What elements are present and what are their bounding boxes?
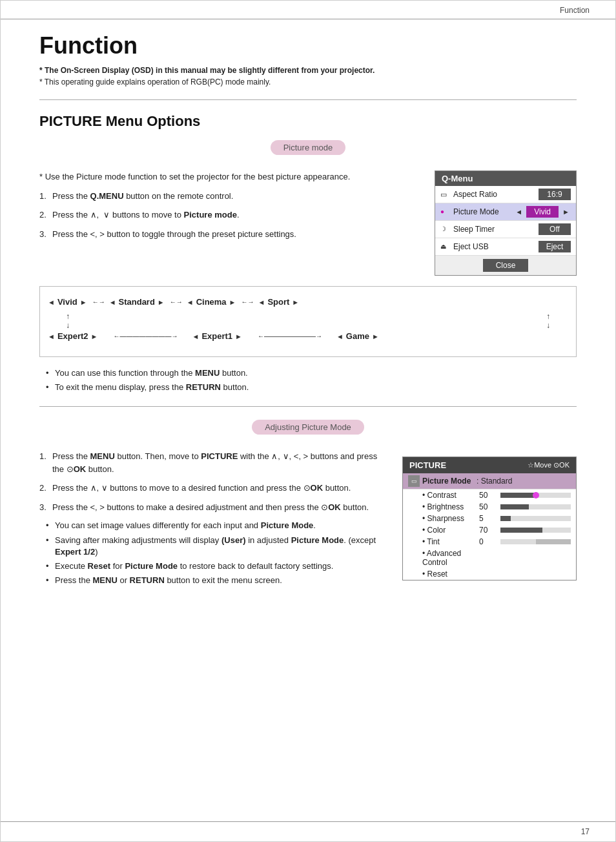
page-title: Function [39, 32, 577, 59]
arr-down: ↓ [66, 321, 70, 330]
mode-row-2: ◄ Expert2 ► ←————————→ ◄ Expert1 ► ←————… [46, 331, 570, 341]
qmenu-sleep-value: Off [539, 223, 571, 235]
pmenu-mode-value: : Standard [477, 477, 571, 486]
arr-std-left: ◄ [109, 298, 116, 306]
arr-sport-left: ◄ [258, 298, 265, 306]
mode-expert1: ◄ Expert1 ► ←————————→ [190, 331, 334, 341]
top-label: Function [560, 6, 590, 15]
pmenu-tint-row: • Tint 0 [403, 536, 576, 548]
qmenu-close-btn[interactable]: Close [483, 259, 529, 272]
arr-exp1-left: ◄ [192, 333, 199, 340]
mode-game: ◄ Game ► [335, 331, 380, 341]
adj-step-2: Press the ∧, ∨ buttons to move to a desi… [39, 482, 383, 495]
arr-exp1-right: ► [235, 333, 242, 340]
pmenu-brightness-bar [500, 504, 571, 509]
color-bar-fill [500, 528, 542, 533]
arr-vivid-right: ► [80, 298, 87, 306]
qmenu-picture-label: Picture Mode [453, 207, 511, 216]
qmenu-title: Q-Menu [435, 171, 576, 186]
qmenu-picture-value: Vivid [526, 206, 559, 218]
sharpness-bar-fill [500, 516, 511, 521]
mode-vivid: ◄ Vivid ► ←→ [46, 297, 108, 307]
picture-mode-bullets: You can use this function through the ME… [46, 367, 577, 393]
arr-vivid-left: ◄ [48, 298, 55, 306]
mode-sport: ◄ Sport ► [257, 297, 301, 307]
pmenu-reset-label: • Reset [422, 570, 474, 579]
qmenu-row-sleep: ☽ Sleep Timer Off [435, 221, 576, 238]
arr-cinema-right: ► [229, 298, 236, 306]
adjusting-section: Press the MENU button. Then, move to PIC… [39, 450, 577, 593]
arr-exp2-right: ► [91, 333, 98, 340]
picture-mode-left: * Use the Picture mode function to set t… [39, 170, 415, 276]
picture-menu-box: PICTURE ☆Move ⊙OK ▭ Picture Mode : Stand… [402, 457, 577, 580]
mode-nav-diagram: ◄ Vivid ► ←→ ◄ Standard ► ←→ ◄ Cinema ► … [39, 286, 577, 357]
arr-left: ◄ [515, 208, 522, 216]
picture-mode-row: ▭ Picture Mode : Standard [403, 473, 576, 489]
pmenu-color-bar [500, 528, 571, 533]
mode-game-label: Game [346, 331, 369, 341]
bullet-2: To exit the menu display, press the RETU… [46, 382, 577, 393]
arr-up: ↑ [66, 312, 70, 321]
brightness-bar-fill [500, 504, 529, 509]
qmenu-row-eject: ⏏ Eject USB Eject [435, 238, 576, 256]
eject-icon: ⏏ [440, 243, 451, 251]
mode-expert1-label: Expert1 [201, 331, 232, 341]
note2: * This operating guide explains operatio… [39, 77, 577, 87]
mode-standard: ◄ Standard ► ←→ [108, 297, 185, 307]
pmenu-advanced-label: • Advanced Control [422, 549, 474, 567]
picture-mode-intro: * Use the Picture mode function to set t… [39, 170, 415, 183]
arr-connect2: ←→ [170, 298, 183, 305]
step-1: Press the Q.MENU button on the remote co… [39, 190, 415, 203]
pmenu-sharpness-row: • Sharpness 5 [403, 513, 576, 524]
qmenu-aspect-value: 16:9 [539, 189, 571, 200]
adjusting-bullets: You can set image values differently for… [46, 520, 383, 586]
aspect-icon: ▭ [440, 190, 451, 198]
qmenu-eject-label: Eject USB [453, 242, 536, 251]
qmenu-close-row: Close [435, 256, 576, 275]
top-bar: Function [1, 1, 615, 19]
pmenu-contrast-val: 50 [479, 491, 495, 500]
qmenu-aspect-label: Aspect Ratio [453, 190, 536, 199]
picture-mode-section: * Use the Picture mode function to set t… [39, 170, 577, 276]
arr-game-right: ► [372, 333, 379, 340]
adj-bullet-3: Execute Reset for Picture Mode to restor… [46, 560, 383, 572]
vert-arr-sport: ↑ ↓ [546, 312, 550, 330]
picture-mode-badge: Picture mode [271, 140, 346, 155]
pmenu-sharpness-bar [500, 516, 571, 521]
mode-cinema-label: Cinema [196, 297, 227, 307]
pmenu-color-row: • Color 70 [403, 524, 576, 536]
adj-step-3: Press the <, > buttons to make a desired… [39, 501, 383, 514]
pmenu-reset-row: • Reset [403, 568, 576, 580]
qmenu-row-picture: ● Picture Mode ◄ Vivid ► [435, 203, 576, 221]
mode-vivid-label: Vivid [57, 297, 77, 307]
sleep-icon: ☽ [440, 225, 451, 233]
arr-connect5: ←————————→ [258, 333, 322, 340]
arr-connect3: ←→ [241, 298, 254, 305]
pmenu-sharpness-label: • Sharpness [422, 514, 474, 523]
pmenu-contrast-bar [500, 493, 571, 498]
arr-std-right: ► [158, 298, 165, 306]
arr-down2: ↓ [546, 321, 550, 330]
pmenu-brightness-label: • Brightness [422, 502, 474, 511]
mode-expert2: ◄ Expert2 ► ←————————→ [46, 331, 190, 341]
monitor-icon: ▭ [408, 475, 420, 487]
picture-menu-title: PICTURE [409, 460, 446, 470]
picture-menu-header: PICTURE ☆Move ⊙OK [403, 457, 576, 473]
arr-cinema-left: ◄ [187, 298, 194, 306]
mode-row-1: ◄ Vivid ► ←→ ◄ Standard ► ←→ ◄ Cinema ► … [46, 297, 570, 307]
adj-step-1: Press the MENU button. Then, move to PIC… [39, 450, 383, 475]
note1-text: * The On-Screen Display (OSD) in this ma… [39, 66, 375, 75]
bullet-1: You can use this function through the ME… [46, 367, 577, 379]
picture-mode-steps: Press the Q.MENU button on the remote co… [39, 190, 415, 241]
mode-standard-label: Standard [119, 297, 155, 307]
pmenu-tint-label: • Tint [422, 537, 474, 546]
section-divider [39, 99, 577, 100]
adj-bullet-2: Saving after making adjustments will dis… [46, 535, 383, 558]
contrast-circle [533, 492, 539, 498]
adjusting-right: PICTURE ☆Move ⊙OK ▭ Picture Mode : Stand… [402, 450, 577, 593]
page-number: 17 [581, 827, 590, 836]
pmenu-sharpness-val: 5 [479, 514, 495, 523]
arr-game-left: ◄ [336, 333, 344, 340]
arr-exp2-left: ◄ [48, 333, 55, 340]
pmenu-color-val: 70 [479, 526, 495, 535]
